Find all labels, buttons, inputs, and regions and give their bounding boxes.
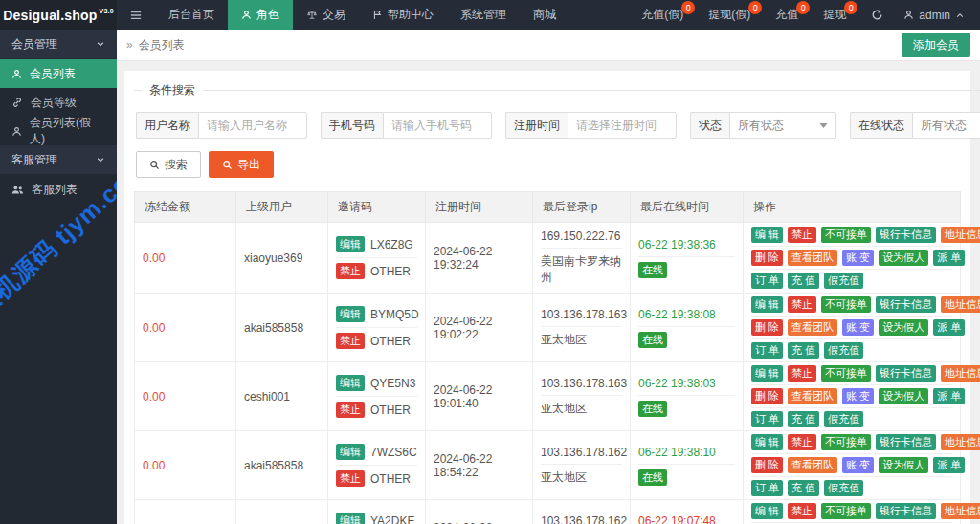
sidebar-toggle-button[interactable]: [117, 0, 155, 30]
invite-ban-button[interactable]: 禁止: [336, 333, 365, 349]
edit-button[interactable]: 编 辑: [751, 365, 783, 382]
recharge-button[interactable]: 充 值: [788, 342, 819, 359]
invite-edit-button[interactable]: 编辑: [336, 513, 365, 524]
ban-button[interactable]: 禁止: [788, 503, 816, 519]
set-fake-button[interactable]: 设为假人: [879, 457, 928, 473]
invite-edit-button[interactable]: 编辑: [336, 236, 365, 252]
sidebar-section-member-management[interactable]: 会员管理: [0, 30, 117, 58]
set-fake-button[interactable]: 设为假人: [879, 319, 928, 336]
set-fake-button[interactable]: 设为假人: [879, 250, 928, 266]
view-team-button[interactable]: 查看团队: [788, 319, 837, 336]
nav-item-label: 系统管理: [460, 7, 506, 23]
no-accept-button[interactable]: 不可接单: [821, 503, 871, 519]
recharge-button[interactable]: 充 值: [788, 480, 819, 496]
delete-button[interactable]: 删 除: [751, 388, 783, 404]
address-info-button[interactable]: 地址信息: [941, 434, 980, 450]
sidebar-section-service-management[interactable]: 客服管理: [0, 145, 117, 174]
nav-item-system[interactable]: 系统管理: [447, 0, 520, 30]
bank-card-info-button[interactable]: 银行卡信息: [876, 503, 936, 519]
search-button[interactable]: 搜索: [136, 151, 201, 178]
dispatch-button[interactable]: 派 单: [933, 388, 965, 404]
invite-ban-button[interactable]: 禁止: [336, 402, 365, 418]
delete-button[interactable]: 删 除: [751, 319, 783, 336]
scales-icon: [306, 10, 318, 20]
delete-button[interactable]: 删 除: [751, 457, 783, 473]
refresh-button[interactable]: [858, 0, 896, 30]
order-button[interactable]: 订 单: [751, 342, 783, 359]
dispatch-button[interactable]: 派 单: [933, 457, 965, 473]
sidebar-item-member-list-fake[interactable]: 会员列表(假人): [0, 117, 117, 145]
nav-item-help[interactable]: 帮助中心: [359, 0, 447, 30]
bank-card-info-button[interactable]: 银行卡信息: [876, 434, 936, 450]
delete-button[interactable]: 删 除: [751, 250, 783, 266]
sidebar-item-service-list[interactable]: 客服列表: [0, 175, 117, 204]
online-status-select[interactable]: 所有状态: [912, 112, 980, 139]
edit-button[interactable]: 编 辑: [751, 296, 783, 313]
nav-item-withdraw[interactable]: 提现 0: [811, 0, 858, 30]
ban-button[interactable]: 禁止: [788, 365, 816, 382]
nav-item-label: 交易: [323, 7, 345, 23]
nav-item-recharge-fake[interactable]: 充值(假) 0: [629, 0, 696, 30]
order-button[interactable]: 订 单: [751, 480, 783, 496]
no-accept-button[interactable]: 不可接单: [821, 227, 871, 243]
order-button[interactable]: 订 单: [751, 411, 783, 427]
address-info-button[interactable]: 地址信息: [941, 227, 980, 243]
nav-item-mall[interactable]: 商城: [520, 0, 569, 30]
dispatch-button[interactable]: 派 单: [933, 250, 965, 266]
export-button[interactable]: 导出: [209, 151, 274, 178]
parent-user: ceshi001: [244, 390, 290, 404]
nav-item-role[interactable]: 角色: [228, 0, 293, 30]
address-info-button[interactable]: 地址信息: [941, 365, 980, 382]
nav-item-home[interactable]: 后台首页: [155, 0, 228, 30]
status-select[interactable]: 所有状态: [729, 112, 836, 139]
no-accept-button[interactable]: 不可接单: [821, 365, 871, 382]
invite-edit-button[interactable]: 编辑: [336, 375, 365, 391]
edit-button[interactable]: 编 辑: [751, 227, 783, 243]
ban-button[interactable]: 禁止: [788, 434, 816, 450]
edit-button[interactable]: 编 辑: [751, 503, 783, 519]
invite-ban-button[interactable]: 禁止: [336, 263, 365, 279]
ban-button[interactable]: 禁止: [788, 227, 816, 243]
search-fieldset: 条件搜索 用户名称 手机号码 注册时间 状态 所有状态 在线状态 所有状态: [134, 82, 980, 178]
edit-button[interactable]: 编 辑: [751, 434, 783, 450]
recharge-button[interactable]: 充 值: [788, 273, 819, 289]
set-fake-button[interactable]: 设为假人: [879, 388, 928, 404]
ban-button[interactable]: 禁止: [788, 296, 816, 313]
bank-card-info-button[interactable]: 银行卡信息: [876, 227, 936, 243]
address-info-button[interactable]: 地址信息: [941, 296, 980, 313]
no-accept-button[interactable]: 不可接单: [821, 434, 871, 450]
fake-recharge-button[interactable]: 假充值: [824, 480, 863, 496]
nav-item-recharge[interactable]: 充值 0: [763, 0, 811, 30]
bank-card-info-button[interactable]: 银行卡信息: [876, 365, 936, 382]
add-member-button[interactable]: 添加会员: [902, 33, 970, 57]
fake-recharge-button[interactable]: 假充值: [824, 273, 863, 289]
sidebar-item-member-list[interactable]: 会员列表: [0, 59, 117, 88]
balance-change-button[interactable]: 账 变: [842, 250, 874, 266]
register-time-input[interactable]: [568, 112, 677, 139]
invite-ban-button[interactable]: 禁止: [336, 470, 365, 487]
balance-change-button[interactable]: 账 变: [842, 319, 874, 336]
chevron-up-icon: [955, 11, 965, 20]
recharge-button[interactable]: 充 值: [788, 411, 819, 427]
view-team-button[interactable]: 查看团队: [788, 457, 837, 473]
fake-recharge-button[interactable]: 假充值: [824, 411, 863, 427]
balance-change-button[interactable]: 账 变: [842, 457, 874, 473]
nav-item-withdraw-fake[interactable]: 提现(假) 0: [696, 0, 763, 30]
dispatch-button[interactable]: 派 单: [933, 319, 965, 336]
nav-item-trade[interactable]: 交易: [293, 0, 359, 30]
sidebar-item-member-level[interactable]: 会员等级: [0, 88, 117, 117]
no-accept-button[interactable]: 不可接单: [821, 296, 871, 313]
order-button[interactable]: 订 单: [751, 273, 783, 289]
invite-edit-button[interactable]: 编辑: [336, 306, 365, 322]
username-input[interactable]: [198, 112, 307, 139]
address-info-button[interactable]: 地址信息: [941, 503, 980, 519]
bank-card-info-button[interactable]: 银行卡信息: [876, 296, 936, 313]
user-menu[interactable]: admin: [896, 0, 972, 30]
fake-recharge-button[interactable]: 假充值: [824, 342, 863, 359]
view-team-button[interactable]: 查看团队: [788, 388, 837, 404]
frozen-amount: 0.00: [143, 459, 165, 472]
invite-edit-button[interactable]: 编辑: [336, 444, 365, 460]
balance-change-button[interactable]: 账 变: [842, 388, 874, 404]
view-team-button[interactable]: 查看团队: [788, 250, 837, 266]
phone-input[interactable]: [383, 112, 492, 139]
